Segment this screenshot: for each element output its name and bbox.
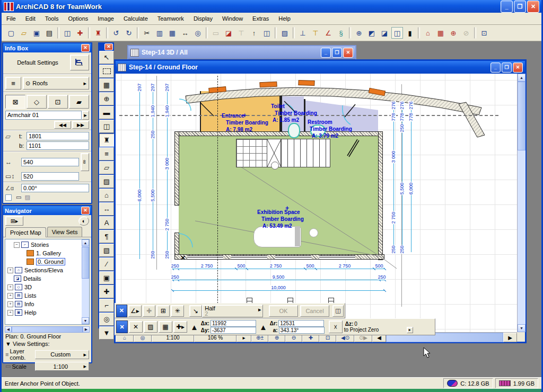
previous-object-button[interactable]: ◀◀ [54,121,71,129]
origin-icon[interactable]: ✕ [129,321,143,333]
object-name-field[interactable]: Armchair 01 [5,111,82,120]
cut-icon[interactable]: ✂ [141,27,153,39]
tree-item-lists[interactable]: +▤Lists [6,291,81,300]
dimension-elevation-icon[interactable]: ⊤ [310,27,321,39]
object-default-settings-button[interactable] [70,55,89,70]
menu-item[interactable]: Image [93,14,119,23]
menu-item[interactable]: Calculate [119,14,153,23]
scroll-right-icon[interactable]: ▶ [503,333,517,342]
tab-view-sets[interactable]: View Sets [47,227,83,237]
trim-icon[interactable]: ▭ [210,27,222,39]
menu-item[interactable]: Teamwork [153,14,189,23]
multiply-icon[interactable]: ◫ [261,27,273,39]
expand-icon[interactable]: + [7,268,13,273]
grid-snap-icon[interactable]: ▨ [144,321,157,333]
dimension-linear-icon[interactable]: ⊥ [297,27,309,39]
menu-item[interactable]: Extras [248,14,274,23]
menu-item[interactable]: Display [189,14,217,23]
close-icon[interactable]: ✕ [81,44,90,52]
height-field[interactable]: 520 [21,172,79,181]
grid-switch-icon[interactable]: ▦ [159,321,172,333]
doc3d-title-bar[interactable]: Step-14 3D / All _ ❐ ✕ [128,46,355,59]
roof-tool[interactable]: ⌂ [99,189,114,202]
find-select-icon[interactable]: ◎ [192,27,204,39]
tree-item-sections[interactable]: +⌂Sections/Eleva [6,266,81,274]
origin-icon[interactable]: ⊕ [353,27,365,39]
tree-vertical-scrollbar[interactable]: ▲ ▼ [82,239,89,324]
close-button[interactable]: ✕ [343,48,353,58]
angle-field[interactable]: 0.00° [21,184,89,192]
tree-item-stories[interactable]: −⌐Stories [6,240,81,249]
dimension-angular-icon[interactable]: ∠ [322,27,334,39]
project-chooser-button[interactable]: ⊞▸ [5,216,23,226]
cancel-button[interactable]: Cancel [300,305,329,317]
docplan-title-bar[interactable]: Step-14 / Ground Floor _ ❐ ✕ [116,61,525,74]
markup-icon[interactable]: ✚ [74,27,86,39]
save-icon[interactable]: ▣ [31,27,42,39]
geometry-method-rotated-button[interactable]: ◇ [27,95,47,109]
layer-combination-dropdown[interactable]: Custom ▸ [35,350,89,359]
hatch-icon[interactable]: ▨ [279,27,291,39]
menu-item[interactable]: Options [63,14,93,23]
magic-wand-icon[interactable]: § [335,27,347,39]
section-tool[interactable]: ⌐ [99,299,114,312]
object-tool[interactable]: ♜ [99,133,114,147]
zoom-out-command-icon[interactable]: ⊘ [460,27,472,39]
separator[interactable] [474,27,476,39]
beam-tool[interactable]: ▬ [99,106,114,119]
detail-tool[interactable]: ◎ [99,313,114,326]
separator[interactable] [57,27,59,39]
layer-selector[interactable]: ⊙ Roofs ▸ [23,77,89,90]
minimize-button[interactable]: _ [501,1,513,13]
copy-icon[interactable]: ▥ [154,27,165,39]
publish-icon[interactable]: ◫ [62,27,73,39]
minimize-button[interactable]: _ [491,63,501,73]
separator[interactable] [275,27,277,39]
title-bar[interactable]: ArchiCAD 8 for TeamWork _ ❐ ✕ [2,0,541,13]
fill-tool[interactable]: ▧ [99,244,114,257]
expand-icon[interactable]: + [7,310,13,316]
tree-horizontal-scrollbar[interactable]: ◀ ▶ [5,326,90,333]
show-selection-3d-icon[interactable]: ◫ [391,27,403,39]
hotspot-tool[interactable]: ✚ [99,285,114,298]
document-window-3d[interactable]: Step-14 3D / All _ ❐ ✕ [127,45,356,59]
tree-item-3d[interactable]: +◇3D [6,283,81,291]
photo-render-icon[interactable]: ▮ [404,27,416,39]
perpendicular-button[interactable]: ✚ [143,305,156,317]
publisher-globe-icon[interactable]: ◐ [78,216,89,226]
snap-point-dropdown[interactable]: Half 2 ▸ [202,305,262,317]
inject-parameters-icon[interactable]: ◪ [379,27,390,39]
z-elevation-icon[interactable]: ☓ [329,320,343,333]
t-field[interactable]: 1801 [27,132,89,140]
separator[interactable] [418,27,420,39]
tree-item-details[interactable]: ◪Details [6,274,81,283]
minimize-button[interactable]: _ [321,48,331,58]
expand-icon[interactable]: + [7,293,13,299]
navigator-title-bar[interactable]: Navigator ✕ [3,206,91,215]
pickup-parameters-icon[interactable]: ◩ [366,27,378,39]
ok-button[interactable]: OK [269,305,298,317]
dimension-tool[interactable]: ↔ [99,202,114,216]
b-field[interactable]: 1101 [27,141,89,150]
tab-project-map[interactable]: Project Map [5,227,46,237]
paste-icon[interactable]: ▦ [167,27,178,39]
separator[interactable] [349,27,351,39]
materials-icon[interactable]: ▦ [435,27,446,39]
maximize-button[interactable]: ❐ [514,1,526,13]
close-button[interactable]: ✕ [527,1,539,13]
zoom-command-icon[interactable]: ⊕ [448,27,459,39]
expand-icon[interactable]: + [7,301,13,307]
line-tool[interactable]: ∕ [99,257,114,271]
label-tool[interactable]: ¶ [99,230,114,243]
collapse-icon[interactable]: − [14,242,20,248]
door-tool[interactable]: ◫ [99,120,114,133]
expand-icon[interactable]: + [7,284,13,290]
camera-tool[interactable]: ▼ [99,326,114,340]
floor-plan-drawing[interactable]: ✕ + Entrance Timber Boarding A: 7.98 [116,74,517,332]
figure-tool[interactable]: ▣ [99,271,114,284]
separator[interactable] [137,27,139,39]
stretch-icon[interactable]: ↔ [179,27,191,39]
fit-in-window-icon[interactable]: ⊡ [478,27,490,39]
dr-field[interactable]: 12531 [278,320,324,327]
close-icon[interactable]: ✕ [81,207,90,215]
